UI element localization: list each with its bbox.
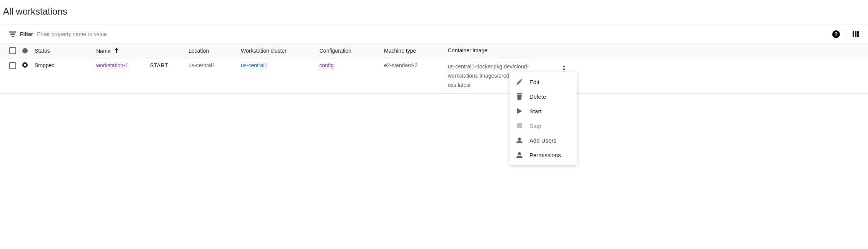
context-menu: Edit Delete Start Stop (509, 71, 577, 94)
row-machine-type: e2-standard-2 (384, 62, 448, 68)
filter-icon (9, 32, 16, 37)
column-header-image[interactable]: Container image (448, 46, 556, 55)
filter-bar: Filter ? (0, 25, 868, 43)
status-dot-header (22, 48, 28, 53)
column-header-cluster[interactable]: Workstation cluster (241, 48, 319, 54)
table-row: Stopped workstation-1 START us-central1 … (0, 58, 868, 94)
svg-rect-1 (10, 33, 15, 35)
sort-ascending-icon (114, 48, 119, 54)
start-button[interactable]: START (150, 62, 168, 68)
config-link[interactable]: config (319, 62, 334, 69)
menu-label: Delete (529, 93, 546, 94)
help-icon[interactable]: ? (832, 30, 840, 38)
menu-item-edit[interactable]: Edit (509, 75, 577, 89)
select-all-checkbox[interactable] (9, 47, 16, 54)
status-stopped-icon (22, 62, 28, 68)
pencil-icon (516, 78, 523, 86)
columns-icon[interactable] (853, 31, 859, 37)
column-header-config[interactable]: Configuration (319, 48, 384, 54)
filter-label: Filter (20, 31, 33, 37)
row-status: Stopped (35, 62, 96, 68)
row-checkbox[interactable] (9, 62, 16, 69)
menu-label: Edit (529, 79, 539, 85)
svg-rect-2 (12, 36, 14, 37)
filter-input[interactable] (37, 31, 832, 37)
cluster-link[interactable]: us-central1 (241, 62, 267, 69)
toolbar-divider (846, 29, 846, 40)
column-header-status[interactable]: Status (35, 48, 96, 54)
row-location: us-central1 (189, 62, 241, 68)
column-header-machine[interactable]: Machine type (384, 48, 448, 54)
workstation-name-link[interactable]: workstation-1 (96, 62, 128, 69)
page-title: All workstations (0, 0, 868, 25)
trash-icon (516, 93, 523, 94)
column-header-name[interactable]: Name (96, 48, 150, 54)
table-header-row: Status Name Location Workstation cluster… (0, 43, 868, 58)
svg-rect-0 (9, 32, 16, 33)
column-header-location[interactable]: Location (189, 48, 241, 54)
menu-item-delete[interactable]: Delete (509, 89, 577, 94)
